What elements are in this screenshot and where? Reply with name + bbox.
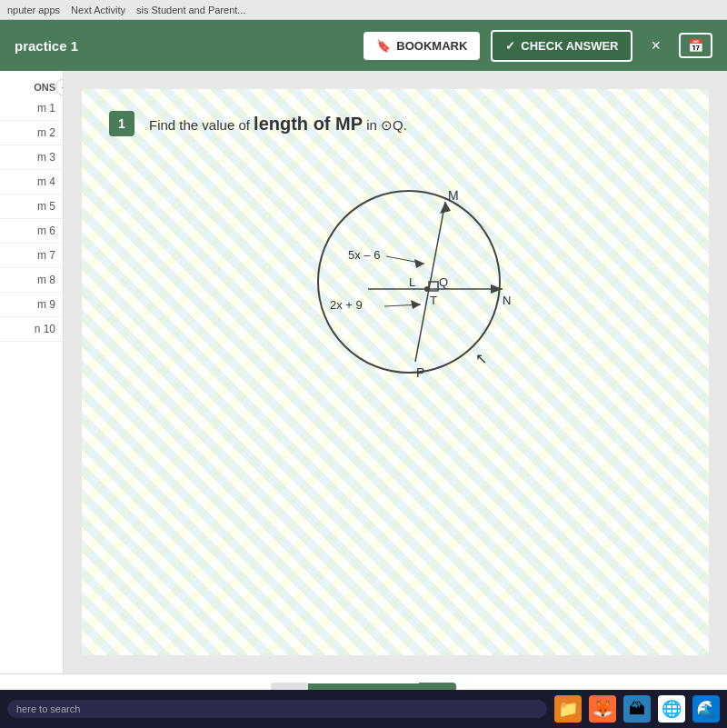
taskbar-icon-chrome[interactable]: 🌐 — [658, 695, 685, 723]
taskbar-icon-photo[interactable]: 🏔 — [623, 695, 651, 723]
question-text-suffix: in ⊙Q. — [366, 117, 407, 133]
sidebar-item-9[interactable]: m 9 — [0, 293, 63, 317]
taskbar-search[interactable]: here to search — [7, 700, 547, 718]
cursor-icon: ↖ — [475, 351, 487, 366]
label-Q: Q — [439, 275, 448, 289]
sidebar-item-5[interactable]: m 5 — [0, 194, 63, 219]
question-text-prefix: Find the value of — [149, 117, 254, 133]
circle-diagram: M L T Q N P 5x – 6 — [250, 155, 541, 391]
calendar-icon: 📅 — [688, 38, 703, 53]
question-card: 1 Find the value of length of MP in ⊙Q. — [82, 89, 709, 655]
browser-tab-2[interactable]: Next Activity — [71, 5, 125, 15]
calendar-button[interactable]: 📅 — [679, 33, 712, 58]
browser-tab-3[interactable]: sis Student and Parent... — [136, 5, 245, 15]
label-P: P — [416, 365, 424, 380]
question-text: Find the value of length of MP in ⊙Q. — [149, 111, 407, 136]
expr-top: 5x – 6 — [348, 248, 380, 262]
taskbar-icon-edge[interactable]: 🌊 — [692, 695, 720, 723]
bookmark-button[interactable]: 🔖 BOOKMARK — [364, 32, 480, 60]
sidebar-item-7[interactable]: m 7 — [0, 244, 63, 268]
expr-bottom: 2x + 9 — [330, 298, 363, 312]
diagram-container: M L T Q N P 5x – 6 — [109, 155, 682, 391]
browser-tab-1[interactable]: nputer apps — [7, 5, 60, 15]
sidebar-item-3[interactable]: m 3 — [0, 145, 63, 170]
main-layout: < ONS m 1 m 2 m 3 m 4 m 5 m 6 m 7 m 8 m … — [0, 71, 727, 673]
taskbar: here to search 📁 🦊 🏔 🌐 🌊 — [0, 690, 727, 728]
label-L: L — [409, 275, 415, 289]
close-button[interactable]: × — [643, 33, 668, 59]
question-header: 1 Find the value of length of MP in ⊙Q. — [109, 111, 682, 136]
svg-marker-5 — [491, 284, 503, 294]
browser-bar: nputer apps Next Activity sis Student an… — [0, 0, 727, 20]
sidebar: < ONS m 1 m 2 m 3 m 4 m 5 m 6 m 7 m 8 m … — [0, 71, 64, 673]
bookmark-label: BOOKMARK — [396, 39, 467, 53]
svg-marker-10 — [411, 300, 421, 309]
sidebar-item-2[interactable]: m 2 — [0, 121, 63, 145]
sidebar-item-10[interactable]: n 10 — [0, 317, 63, 342]
sidebar-item-1[interactable]: m 1 — [0, 96, 63, 121]
bookmark-icon: 🔖 — [376, 39, 391, 53]
header-bar: practice 1 🔖 BOOKMARK ✓ CHECK ANSWER × 📅 — [0, 20, 727, 71]
checkmark-icon: ✓ — [505, 39, 515, 53]
question-number-badge: 1 — [109, 111, 134, 136]
taskbar-icon-files[interactable]: 📁 — [554, 695, 582, 723]
taskbar-icon-firefox[interactable]: 🦊 — [589, 695, 616, 723]
check-answer-button[interactable]: ✓ CHECK ANSWER — [491, 30, 632, 62]
sidebar-item-4[interactable]: m 4 — [0, 170, 63, 194]
check-answer-label: CHECK ANSWER — [521, 39, 618, 53]
svg-marker-8 — [414, 259, 424, 268]
svg-marker-3 — [440, 202, 451, 214]
label-M: M — [448, 188, 459, 203]
search-placeholder: here to search — [16, 703, 80, 714]
practice-title: practice 1 — [15, 38, 353, 54]
sidebar-item-8[interactable]: m 8 — [0, 268, 63, 293]
question-text-highlight: length of MP — [254, 114, 363, 134]
content-area: 1 Find the value of length of MP in ⊙Q. — [64, 71, 727, 673]
label-T: T — [430, 294, 437, 307]
sidebar-item-6[interactable]: m 6 — [0, 219, 63, 244]
label-N: N — [503, 294, 511, 307]
sidebar-header: ONS — [0, 78, 63, 96]
